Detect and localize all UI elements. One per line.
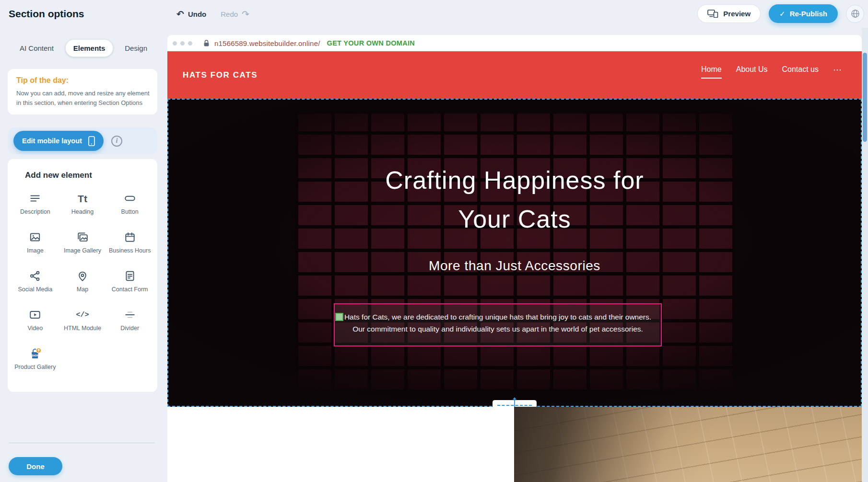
page-title: Section options	[9, 0, 84, 28]
site-logo[interactable]: HATS FOR CATS	[183, 70, 258, 80]
tip-title: Tip of the day:	[16, 76, 150, 85]
tip-body: Now you can add, move and resize any ele…	[16, 89, 150, 107]
heading-icon: Tt	[78, 191, 87, 206]
topbar-actions: Preview ✓ Re-Publish	[697, 4, 864, 23]
site-nav: Home About Us Contact us ⋯	[701, 65, 842, 79]
phone-icon	[88, 136, 95, 146]
hero-vignette	[168, 100, 861, 406]
product-gallery-icon: SHOP	[27, 346, 43, 361]
social-media-icon	[29, 269, 41, 283]
history-controls: ↶ Undo Redo ↷	[176, 0, 249, 28]
section-options-sidebar: AI Content Elements Design Tip of the da…	[0, 28, 167, 482]
hero-section-selected[interactable]: Crafting Happiness for Your Cats More th…	[167, 99, 862, 407]
edit-mobile-label: Edit mobile layout	[22, 137, 82, 145]
republish-label: Re-Publish	[790, 10, 827, 18]
element-product-gallery[interactable]: SHOP Product Gallery	[12, 343, 59, 382]
hero-subheading[interactable]: More than Just Accessories	[168, 258, 861, 274]
page-scrollbar[interactable]	[862, 28, 868, 482]
site-url[interactable]: n1566589.websitebuilder.online/	[214, 39, 320, 47]
tab-ai-content[interactable]: AI Content	[12, 39, 62, 57]
description-icon	[29, 191, 41, 206]
add-element-title: Add new element	[25, 171, 153, 180]
hero-heading[interactable]: Crafting Happiness for Your Cats	[168, 161, 861, 239]
mobile-layout-panel: Edit mobile layout i	[8, 127, 157, 154]
divider-icon	[124, 308, 136, 322]
element-image-gallery[interactable]: Image Gallery	[59, 227, 106, 265]
element-grid: Description Tt Heading Button Image	[12, 188, 153, 382]
tip-of-the-day-card: Tip of the day: Now you can add, move an…	[8, 69, 157, 115]
site-preview: HATS FOR CATS Home About Us Contact us ⋯…	[167, 51, 862, 482]
image-icon	[29, 230, 41, 244]
image-gallery-icon	[76, 230, 89, 244]
window-dot	[180, 41, 185, 46]
element-social-media[interactable]: Social Media	[12, 265, 59, 304]
editor-canvas: n1566589.websitebuilder.online/ GET YOUR…	[167, 28, 862, 482]
redo-label: Redo	[221, 10, 238, 18]
undo-label: Undo	[188, 10, 206, 18]
done-button[interactable]: Done	[9, 457, 62, 475]
topbar: Section options ↶ Undo Redo ↷ Preview ✓ …	[0, 0, 868, 28]
sidebar-tabs: AI Content Elements Design	[12, 39, 155, 57]
sidebar-divider	[9, 443, 155, 443]
tab-elements[interactable]: Elements	[65, 39, 114, 57]
html-module-icon: </>	[76, 308, 89, 322]
redo-icon: ↷	[242, 10, 249, 19]
republish-button[interactable]: ✓ Re-Publish	[769, 4, 838, 23]
check-icon: ✓	[779, 10, 786, 18]
info-icon[interactable]: i	[111, 136, 122, 147]
preview-label: Preview	[723, 10, 751, 18]
element-description[interactable]: Description	[12, 188, 59, 227]
map-pin-icon	[76, 269, 89, 283]
globe-icon	[850, 9, 860, 19]
scrollbar-thumb[interactable]	[863, 53, 867, 142]
window-control-dots	[173, 41, 192, 46]
hero-body-text: Hats for Cats, we are dedicated to craft…	[340, 311, 656, 335]
element-divider[interactable]: Divider	[106, 304, 153, 343]
window-dot	[173, 41, 177, 46]
hero-heading-line2: Your Cats	[168, 200, 861, 239]
browser-chrome-bar: n1566589.websitebuilder.online/ GET YOUR…	[167, 35, 862, 51]
paving-stones-photo	[514, 407, 862, 482]
undo-icon: ↶	[176, 10, 184, 19]
element-video[interactable]: Video	[12, 304, 59, 343]
element-button[interactable]: Button	[106, 188, 153, 227]
nav-home[interactable]: Home	[701, 65, 722, 79]
element-contact-form[interactable]: Contact Form	[106, 265, 153, 304]
element-map[interactable]: Map	[59, 265, 106, 304]
element-html-module[interactable]: </> HTML Module	[59, 304, 106, 343]
lock-icon	[203, 39, 210, 47]
hero-text-element-selected[interactable]: Hats for Cats, we are dedicated to craft…	[334, 303, 662, 346]
add-element-card: Add new element Description Tt Heading B…	[8, 159, 157, 392]
undo-button[interactable]: ↶ Undo	[176, 10, 206, 19]
nav-about-us[interactable]: About Us	[736, 65, 768, 79]
edit-mobile-layout-button[interactable]: Edit mobile layout	[13, 131, 104, 151]
shop-badge-text: SHOP	[32, 354, 39, 357]
get-domain-link[interactable]: GET YOUR OWN DOMAIN	[327, 39, 415, 47]
redo-button[interactable]: Redo ↷	[221, 10, 249, 19]
site-header: HATS FOR CATS Home About Us Contact us ⋯	[167, 51, 862, 99]
contact-form-icon	[124, 269, 136, 283]
business-hours-icon	[124, 230, 136, 244]
tab-design[interactable]: Design	[117, 39, 155, 57]
element-resize-handle[interactable]	[335, 313, 343, 321]
language-globe-button[interactable]	[846, 5, 864, 23]
element-business-hours[interactable]: Business Hours	[106, 227, 153, 265]
preview-button[interactable]: Preview	[697, 4, 761, 23]
devices-icon	[707, 10, 718, 18]
nav-more-icon[interactable]: ⋯	[833, 65, 842, 79]
element-heading[interactable]: Tt Heading	[59, 188, 106, 227]
window-dot	[188, 41, 192, 46]
video-icon	[29, 308, 41, 322]
element-image[interactable]: Image	[12, 227, 59, 265]
nav-contact-us[interactable]: Contact us	[782, 65, 819, 79]
button-icon	[124, 191, 136, 206]
hero-heading-line1: Crafting Happiness for	[168, 161, 861, 200]
next-section	[167, 407, 862, 482]
